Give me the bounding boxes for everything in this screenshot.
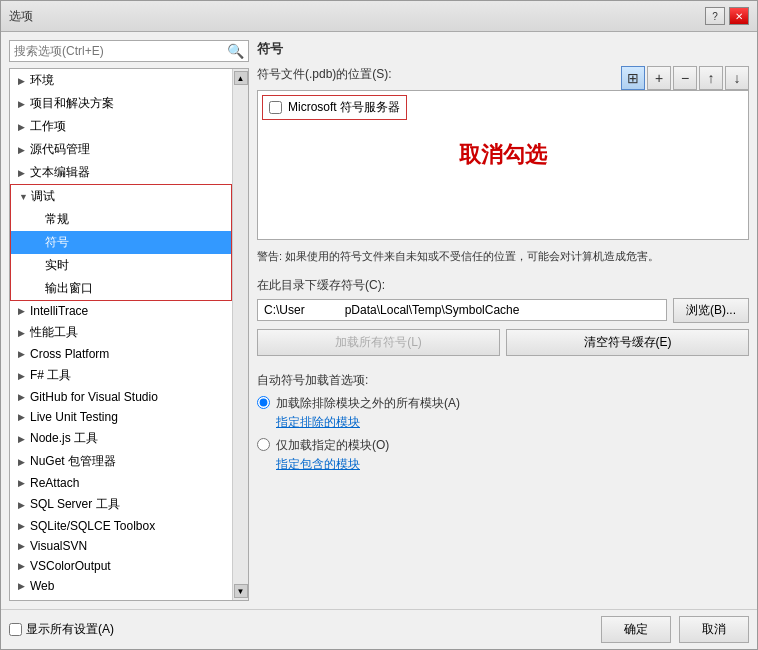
tree-arrow-source: ▶: [18, 145, 30, 155]
radio-specified[interactable]: [257, 438, 270, 451]
radio-all[interactable]: [257, 396, 270, 409]
dir-input[interactable]: [257, 299, 667, 321]
up-toolbar-btn[interactable]: ↑: [699, 66, 723, 90]
tree-label-sqlite: SQLite/SQLCE Toolbox: [30, 519, 155, 533]
right-title: 符号: [257, 40, 749, 58]
tree-label-web: Web: [30, 579, 54, 593]
help-button[interactable]: ?: [705, 7, 725, 25]
symbol-server-checkbox[interactable]: [269, 101, 282, 114]
tree-label-sqlserver: SQL Server 工具: [30, 496, 120, 513]
auto-load-title: 自动符号加载首选项:: [257, 372, 749, 389]
list-toolbar-btn[interactable]: ⊞: [621, 66, 645, 90]
symbol-files-label: 符号文件(.pdb)的位置(S):: [257, 66, 392, 83]
tree-label-reattach: ReAttach: [30, 476, 79, 490]
tree-arrow-fsharp: ▶: [18, 371, 30, 381]
tree-item-visualsvn[interactable]: ▶VisualSVN: [10, 536, 232, 556]
dir-section: 在此目录下缓存符号(C): 浏览(B)... 加载所有符号(L) 清空符号缓存(…: [257, 277, 749, 356]
tree-label-crossplatform: Cross Platform: [30, 347, 109, 361]
tree-label-debug-output: 输出窗口: [45, 280, 93, 297]
tree-item-webdesigner[interactable]: ▶Web 窗体设计器: [10, 596, 232, 600]
scrollbar[interactable]: ▲ ▼: [232, 69, 248, 600]
tree-arrow-project: ▶: [18, 99, 30, 109]
up-icon: ↑: [708, 70, 715, 86]
symbol-files-header: 符号文件(.pdb)的位置(S): ⊞ + − ↑: [257, 66, 749, 90]
title-controls: ? ✕: [705, 7, 749, 25]
tree-label-project: 项目和解决方案: [30, 95, 114, 112]
radio-item-all: 加载除排除模块之外的所有模块(A) 指定排除的模块: [257, 395, 749, 431]
left-panel: 🔍 ▶环境▶项目和解决方案▶工作项▶源代码管理▶文本编辑器▼调试常规符号实时输出…: [9, 40, 249, 601]
tree-item-debug-symbols[interactable]: 符号: [10, 231, 232, 254]
tree-arrow-visualsvn: ▶: [18, 541, 30, 551]
tree-item-vscoloroutput[interactable]: ▶VSColorOutput: [10, 556, 232, 576]
tree-item-debug-general[interactable]: 常规: [10, 208, 232, 231]
tree-label-vscoloroutput: VSColorOutput: [30, 559, 111, 573]
tree-item-debug-output[interactable]: 输出窗口: [10, 277, 232, 301]
tree-arrow-vscoloroutput: ▶: [18, 561, 30, 571]
tree-label-perftools: 性能工具: [30, 324, 78, 341]
down-toolbar-btn[interactable]: ↓: [725, 66, 749, 90]
tree-item-sqlserver[interactable]: ▶SQL Server 工具: [10, 493, 232, 516]
tree-label-nodejs: Node.js 工具: [30, 430, 98, 447]
tree-arrow-texteditor: ▶: [18, 168, 30, 178]
tree-item-nuget[interactable]: ▶NuGet 包管理器: [10, 450, 232, 473]
tree-container: ▶环境▶项目和解决方案▶工作项▶源代码管理▶文本编辑器▼调试常规符号实时输出窗口…: [10, 69, 232, 600]
cancel-dialog-button[interactable]: 取消: [679, 616, 749, 643]
tree-item-env[interactable]: ▶环境: [10, 69, 232, 92]
radio-item-specified: 仅加载指定的模块(O) 指定包含的模块: [257, 437, 749, 473]
close-button[interactable]: ✕: [729, 7, 749, 25]
tree-item-liveunittesting[interactable]: ▶Live Unit Testing: [10, 407, 232, 427]
add-icon: +: [655, 70, 663, 86]
tree-label-source: 源代码管理: [30, 141, 90, 158]
tree-item-debug-realtime[interactable]: 实时: [10, 254, 232, 277]
tree-arrow-crossplatform: ▶: [18, 349, 30, 359]
toolbar-buttons: ⊞ + − ↑ ↓: [621, 66, 749, 90]
remove-icon: −: [681, 70, 689, 86]
tree-label-webdesigner: Web 窗体设计器: [30, 599, 118, 600]
clear-cache-btn[interactable]: 清空符号缓存(E): [506, 329, 749, 356]
symbol-server-row: Microsoft 符号服务器: [262, 95, 407, 120]
warning-text: 警告: 如果使用的符号文件来自未知或不受信任的位置，可能会对计算机造成危害。: [257, 248, 749, 265]
load-all-btn[interactable]: 加载所有符号(L): [257, 329, 500, 356]
tree-label-env: 环境: [30, 72, 54, 89]
browse-button[interactable]: 浏览(B)...: [673, 298, 749, 323]
exclude-modules-link[interactable]: 指定排除的模块: [276, 414, 460, 431]
tree-arrow-sqlserver: ▶: [18, 500, 30, 510]
add-toolbar-btn[interactable]: +: [647, 66, 671, 90]
title-bar: 选项 ? ✕: [1, 1, 757, 32]
tree-item-texteditor[interactable]: ▶文本编辑器: [10, 161, 232, 184]
bottom-bar: 显示所有设置(A) 确定 取消: [1, 609, 757, 649]
tree-item-crossplatform[interactable]: ▶Cross Platform: [10, 344, 232, 364]
include-modules-link[interactable]: 指定包含的模块: [276, 456, 389, 473]
content-area: 🔍 ▶环境▶项目和解决方案▶工作项▶源代码管理▶文本编辑器▼调试常规符号实时输出…: [1, 32, 757, 609]
tree-item-reattach[interactable]: ▶ReAttach: [10, 473, 232, 493]
tree-item-project[interactable]: ▶项目和解决方案: [10, 92, 232, 115]
radio-all-label: 加载除排除模块之外的所有模块(A): [276, 395, 460, 412]
tree-item-intellitrace[interactable]: ▶IntelliTrace: [10, 301, 232, 321]
tree-item-fsharp[interactable]: ▶F# 工具: [10, 364, 232, 387]
tree-label-github: GitHub for Visual Studio: [30, 390, 158, 404]
dir-label: 在此目录下缓存符号(C):: [257, 277, 749, 294]
tree-item-perftools[interactable]: ▶性能工具: [10, 321, 232, 344]
tree-item-workitems[interactable]: ▶工作项: [10, 115, 232, 138]
tree-item-sqlite[interactable]: ▶SQLite/SQLCE Toolbox: [10, 516, 232, 536]
tree-label-debug-realtime: 实时: [45, 257, 69, 274]
show-all-settings-text: 显示所有设置(A): [26, 621, 114, 638]
search-icon[interactable]: 🔍: [227, 43, 244, 59]
symbol-files-area: Microsoft 符号服务器 取消勾选: [257, 90, 749, 240]
tree-wrapper: ▶环境▶项目和解决方案▶工作项▶源代码管理▶文本编辑器▼调试常规符号实时输出窗口…: [9, 68, 249, 601]
tree-item-github[interactable]: ▶GitHub for Visual Studio: [10, 387, 232, 407]
tree-arrow-sqlite: ▶: [18, 521, 30, 531]
remove-toolbar-btn[interactable]: −: [673, 66, 697, 90]
tree-label-visualsvn: VisualSVN: [30, 539, 87, 553]
ok-button[interactable]: 确定: [601, 616, 671, 643]
tree-item-nodejs[interactable]: ▶Node.js 工具: [10, 427, 232, 450]
tree-item-web[interactable]: ▶Web: [10, 576, 232, 596]
tree-item-debug[interactable]: ▼调试: [10, 184, 232, 208]
tree-item-source[interactable]: ▶源代码管理: [10, 138, 232, 161]
radio-all-content: 加载除排除模块之外的所有模块(A) 指定排除的模块: [276, 395, 460, 431]
bottom-buttons: 确定 取消: [601, 616, 749, 643]
show-all-settings-label[interactable]: 显示所有设置(A): [9, 621, 114, 638]
search-input[interactable]: [14, 44, 227, 58]
tree-label-workitems: 工作项: [30, 118, 66, 135]
show-all-settings-checkbox[interactable]: [9, 623, 22, 636]
